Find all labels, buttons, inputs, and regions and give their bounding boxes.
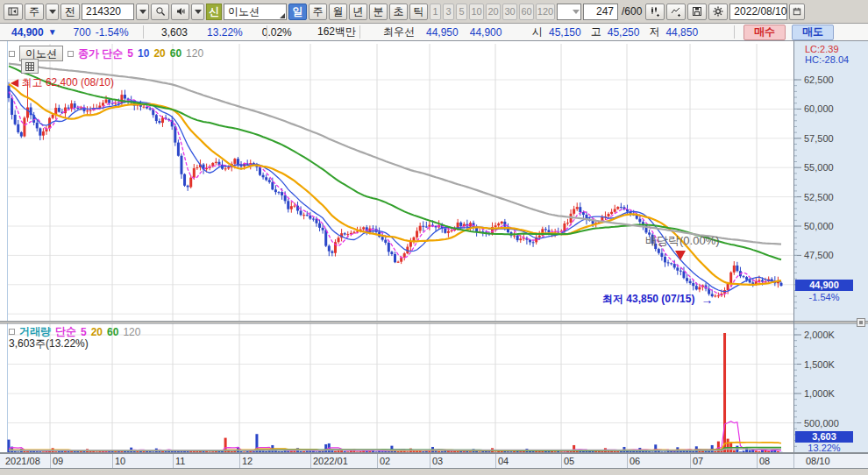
date-axis-label: 2022/01 <box>313 456 348 466</box>
minute-option-10[interactable]: 10 <box>469 4 484 20</box>
date-input[interactable]: 2022/08/10 <box>729 4 787 20</box>
sound-dropdown[interactable] <box>191 4 204 20</box>
date-axis-separator <box>239 454 240 468</box>
sound-button[interactable] <box>171 4 189 20</box>
add-candle-tool-button[interactable] <box>645 4 665 20</box>
period-day-button[interactable]: 일 <box>288 4 307 20</box>
volume-axis-label: 1,000K <box>804 388 835 399</box>
stock-type-dropdown[interactable] <box>46 4 59 20</box>
current-volume-rate: 13.22% <box>795 443 853 453</box>
date-axis-separator <box>495 454 496 468</box>
hc-indicator: HC:-28.04 <box>805 54 849 65</box>
pane-marker-icon[interactable] <box>68 51 74 57</box>
high-annotation: ◀ 최고 62,400 (08/10) <box>11 75 114 90</box>
date-axis-separator <box>561 454 562 468</box>
date-axis-label: 10 <box>115 456 125 466</box>
pane-collapse-icon[interactable] <box>857 318 865 327</box>
period-week-button[interactable]: 주 <box>309 4 327 20</box>
chevron-down-icon <box>573 10 580 14</box>
minute-option-1[interactable]: 1 <box>430 4 441 20</box>
ohl-cell: 시 45,150 고 45,250 저 44,850 <box>525 24 734 40</box>
stock-name-input[interactable]: 이노션 <box>224 4 287 20</box>
date-axis-label: 03 <box>432 456 443 466</box>
date-axis-label: 04 <box>498 456 509 466</box>
date-axis-separator <box>112 454 113 468</box>
minute-option-3[interactable]: 3 <box>443 4 454 20</box>
chevron-down-icon <box>195 10 202 14</box>
open-value: 45,150 <box>549 26 581 39</box>
price-axis-label: 50,000 <box>804 221 834 231</box>
save-button[interactable] <box>687 4 707 20</box>
period-tick-button[interactable]: 틱 <box>409 4 428 20</box>
add-line-tool-button[interactable] <box>666 4 686 20</box>
date-axis-separator <box>377 454 378 468</box>
grid-icon <box>25 62 34 71</box>
new-stock-badge: 신 <box>206 4 222 20</box>
calendar-button[interactable] <box>789 4 805 20</box>
pane-marker-icon[interactable] <box>9 51 15 57</box>
price-axis-label: 55,000 <box>804 162 834 173</box>
current-volume-badge: 3,603 <box>795 431 853 443</box>
minute-option-30[interactable]: 30 <box>502 4 517 20</box>
quote-infobar: 44,900 ▼ 700 -1.54% 3,603 13.22% 0.02% 1… <box>0 23 868 41</box>
date-axis-separator <box>430 454 430 468</box>
chevron-down-icon <box>49 10 56 14</box>
ex-dividend-annotation: 배당락(0.00%) <box>645 233 720 249</box>
panel-layout-button[interactable] <box>4 4 23 20</box>
open-label: 시 <box>532 25 543 39</box>
date-axis-label: 2021/08 <box>5 456 40 466</box>
ma10-legend: 10 <box>138 47 149 60</box>
date-axis-label: 12 <box>242 456 253 466</box>
period-second-button[interactable]: 초 <box>389 4 408 20</box>
volume-axis-label: 500,000 <box>804 418 839 429</box>
arrow-right-icon: → <box>701 293 713 307</box>
grid-tool-button[interactable] <box>21 59 39 74</box>
price-change-rate: -1.54% <box>96 26 129 39</box>
volume-axis-label: 2,000K <box>804 330 835 340</box>
prev-stock-button[interactable]: 전 <box>60 4 80 20</box>
high-label: 고 <box>591 25 601 39</box>
price-cell: 44,900 ▼ 700 -1.54% <box>0 24 143 40</box>
minute-option-5[interactable]: 5 <box>456 4 467 20</box>
stock-code-dropdown[interactable] <box>136 4 149 20</box>
date-axis-label: 02 <box>380 456 390 466</box>
ma5-legend: 5 <box>127 47 133 60</box>
date-axis-separator <box>793 454 794 468</box>
best-label: 최우선 <box>383 25 415 39</box>
settings-button[interactable] <box>708 4 728 20</box>
price-axis-label: 62,500 <box>804 74 834 85</box>
stock-type-button[interactable]: 주 <box>25 4 44 20</box>
chart-toolbar: 주 전 214320 신 이노션 일 주 월 년 분 초 틱 1 3 5 10 … <box>0 0 868 23</box>
period-month-button[interactable]: 월 <box>329 4 347 20</box>
amount-cell: 162백만 <box>267 24 359 40</box>
sell-button[interactable]: 매도 <box>792 25 834 40</box>
chevron-down-icon <box>139 10 146 14</box>
interval-select[interactable] <box>557 4 581 20</box>
chart-canvas[interactable] <box>0 41 868 453</box>
minute-option-120[interactable]: 120 <box>536 4 555 20</box>
date-axis-separator <box>310 454 311 468</box>
current-price: 44,900 <box>11 26 44 39</box>
low-annotation-text: 최저 43,850 (07/15) <box>602 292 694 307</box>
volume-summary: 3,603주(13.22%) <box>9 337 89 351</box>
ex-dividend-marker-icon <box>675 251 686 260</box>
period-minute-button[interactable]: 분 <box>369 4 388 20</box>
date-axis-label: 11 <box>175 456 185 466</box>
vma20-legend: 20 <box>91 326 103 338</box>
candlestick-add-icon <box>650 6 660 17</box>
period-year-button[interactable]: 년 <box>349 4 367 20</box>
arrow-left-icon: ◀ <box>11 76 18 89</box>
best-ask: 44,950 <box>426 26 459 39</box>
stock-code-input[interactable]: 214320 <box>82 4 134 20</box>
minute-option-60[interactable]: 60 <box>519 4 534 20</box>
buy-button[interactable]: 매수 <box>743 25 786 40</box>
date-axis[interactable]: 2021/08091011122022/010203040506070808/1… <box>0 453 868 469</box>
search-button[interactable] <box>151 4 169 20</box>
speaker-icon <box>175 6 186 17</box>
low-label: 저 <box>649 25 659 39</box>
date-axis-label: 05 <box>564 456 574 466</box>
candle-total-label: /600 <box>620 5 644 18</box>
minute-option-20[interactable]: 20 <box>486 4 501 20</box>
pane-marker-icon[interactable] <box>9 329 15 335</box>
candle-count-input[interactable]: 247 <box>583 4 618 20</box>
